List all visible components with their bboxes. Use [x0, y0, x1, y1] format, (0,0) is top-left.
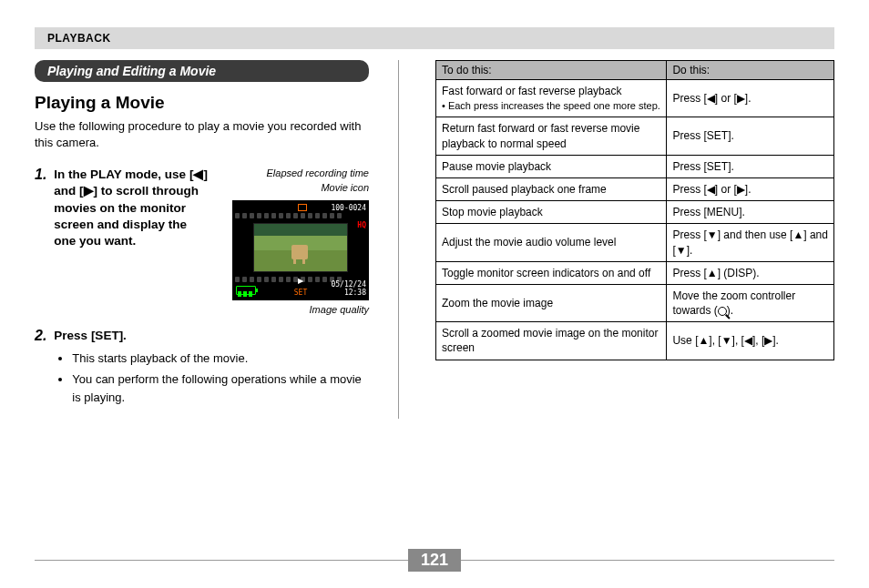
table-row: Pause movie playback Press [SET].	[436, 155, 834, 177]
osd-set-label: SET	[294, 289, 307, 297]
row-left: Toggle monitor screen indicators on and …	[436, 261, 667, 284]
camera-screen: 100-0024 00:08:23 HQ	[232, 200, 369, 300]
row-left: Fast forward or fast reverse playback	[442, 85, 621, 97]
row-right: Press [▼] and then use [▲] and [▼].	[667, 224, 834, 261]
row-left: Adjust the movie audio volume level	[436, 224, 667, 261]
intro-paragraph: Use the following procedure to play a mo…	[35, 118, 369, 150]
row-right: Press [MENU].	[667, 201, 834, 224]
page-number: 121	[408, 549, 461, 572]
step-2-bullet-1: This starts playback of the movie.	[72, 350, 369, 368]
table-head-right: Do this:	[667, 61, 834, 80]
battery-icon	[236, 286, 256, 295]
row-left: Scroll paused playback one frame	[436, 177, 667, 200]
row-right: Use [▲], [▼], [◀], [▶].	[667, 322, 834, 360]
step-2: 2. Press [SET]. This starts playback of …	[35, 328, 369, 411]
row-right: Move the zoom controller towards ().	[667, 284, 834, 321]
caption-image-quality: Image quality	[218, 304, 369, 315]
row-right: Press [SET].	[667, 155, 834, 177]
row-right: Press [◀] or [▶].	[667, 80, 834, 117]
step-1-number: 1.	[35, 167, 46, 315]
row-left: Scroll a zoomed movie image on the monit…	[436, 322, 667, 360]
deer-shape	[291, 245, 308, 259]
page-title: Playing a Movie	[35, 93, 369, 113]
table-row: Toggle monitor screen indicators on and …	[436, 261, 834, 284]
magnify-icon	[718, 307, 727, 316]
table-row: Zoom the movie image Move the zoom contr…	[436, 284, 834, 321]
row-right: Press [▲] (DISP).	[667, 261, 834, 284]
caption-elapsed: Elapsed recording time	[218, 167, 369, 179]
row-left: Pause movie playback	[436, 155, 667, 177]
osd-play-icon: ▶	[298, 277, 303, 285]
row-left: Return fast forward or fast reverse movi…	[436, 117, 667, 155]
table-row: Return fast forward or fast reverse movi…	[436, 117, 834, 155]
row-left: Stop movie playback	[436, 201, 667, 224]
osd-time: 12:38	[344, 289, 366, 297]
movie-thumbnail	[253, 223, 348, 272]
caption-movie-icon: Movie icon	[218, 181, 369, 194]
row-left: Zoom the movie image	[436, 284, 667, 321]
row-right: Press [◀] or [▶].	[667, 177, 834, 200]
table-row: Adjust the movie audio volume level Pres…	[436, 224, 834, 261]
step-2-text: Press [SET].	[54, 328, 369, 344]
row-right-prefix: Move the zoom controller towards (	[672, 289, 795, 317]
table-row: Scroll a zoomed movie image on the monit…	[436, 322, 834, 360]
osd-quality: HQ	[357, 221, 366, 229]
table-row: Stop movie playback Press [MENU].	[436, 201, 834, 224]
movie-icon	[298, 204, 307, 211]
table-row: Fast forward or fast reverse playback • …	[436, 80, 834, 117]
osd-date: 05/12/24	[331, 280, 366, 289]
step-1: 1. In the PLAY mode, use [◀] and [▶] to …	[35, 167, 369, 315]
camera-screenshot-block: Elapsed recording time Movie icon 100-00…	[218, 167, 369, 315]
section-header: PLAYBACK	[35, 27, 834, 49]
filmstrip-top	[233, 212, 368, 219]
page-footer: 121	[35, 549, 834, 572]
table-head-left: To do this:	[436, 61, 667, 80]
step-1-text: In the PLAY mode, use [◀] and [▶] to scr…	[54, 167, 209, 249]
step-2-bullet-2: You can perform the following operations…	[72, 370, 369, 406]
operations-table: To do this: Do this: Fast forward or fas…	[435, 60, 834, 360]
table-row: Scroll paused playback one frame Press […	[436, 177, 834, 200]
row-left-note: • Each press increases the speed one mor…	[442, 100, 660, 111]
right-column: To do this: Do this: Fast forward or fas…	[435, 60, 834, 419]
row-right: Press [SET].	[667, 117, 834, 155]
step-2-number: 2.	[35, 328, 46, 411]
osd-file-number: 100-0024	[331, 204, 366, 212]
left-column: Playing and Editing a Movie Playing a Mo…	[35, 60, 399, 419]
section-title-pill: Playing and Editing a Movie	[35, 60, 369, 82]
